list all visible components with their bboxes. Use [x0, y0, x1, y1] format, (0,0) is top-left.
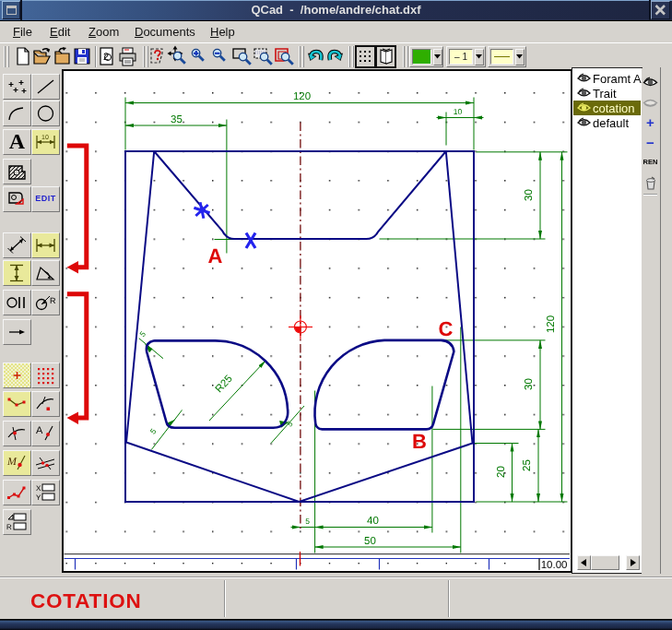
svg-text:Y: Y — [36, 493, 41, 502]
svg-text:30: 30 — [524, 189, 535, 201]
svg-text:25: 25 — [522, 459, 533, 471]
svg-text:5: 5 — [305, 517, 310, 526]
svg-text:R: R — [6, 523, 12, 531]
svg-text:35: 35 — [171, 114, 183, 125]
svg-text:10.00: 10.00 — [541, 560, 568, 570]
svg-text:X: X — [36, 484, 41, 493]
svg-text:20: 20 — [496, 466, 507, 478]
svg-text:A: A — [208, 244, 223, 267]
svg-text:120: 120 — [293, 91, 311, 102]
svg-text:30: 30 — [524, 378, 535, 390]
svg-text:C: C — [439, 317, 454, 340]
svg-text:A: A — [36, 425, 43, 436]
svg-text:B: B — [412, 430, 427, 453]
svg-text:120: 120 — [546, 315, 557, 333]
svg-text:R: R — [50, 296, 56, 305]
svg-text:40: 40 — [367, 516, 379, 527]
svg-text:M: M — [6, 455, 18, 468]
svg-text:10: 10 — [454, 107, 463, 116]
svg-text:2: 2 — [103, 52, 109, 63]
svg-text:10: 10 — [41, 135, 49, 141]
svg-text:50: 50 — [364, 536, 376, 547]
